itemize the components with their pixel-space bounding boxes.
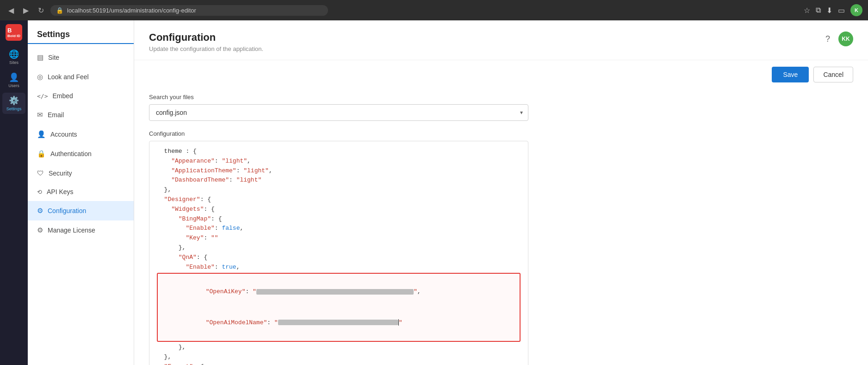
code-line-12: "QnA": { — [157, 253, 521, 263]
browser-user-avatar[interactable]: K — [850, 4, 862, 16]
title-block: Configuration Update the configuration o… — [149, 31, 263, 52]
sidebar-title: Settings — [28, 20, 134, 44]
page-title: Configuration — [149, 31, 263, 44]
globe-icon: 🌐 — [9, 49, 19, 59]
code-editor[interactable]: theme : { "Appearance": "light", "Applic… — [149, 141, 528, 365]
browser-bar: ◀ ▶ ↻ 🔒 localhost:50191/ums/administrati… — [0, 0, 868, 20]
main-header: Configuration Update the configuration o… — [134, 20, 868, 60]
url-text: localhost:50191/ums/administration/confi… — [67, 7, 196, 14]
extension-icon[interactable]: ⧉ — [816, 6, 821, 14]
browser-right-icons: ☆ ⧉ ⬇ ▭ K — [804, 4, 862, 16]
openai-model-name-line: "OpenAiModelName": "" — [162, 308, 515, 338]
nav-item-site[interactable]: ▤ Site — [28, 48, 134, 67]
nav-item-email[interactable]: ✉ Email — [28, 105, 134, 125]
nav-item-api-keys[interactable]: ⟲ API Keys — [28, 182, 134, 201]
code-line-trailing-1: }, — [157, 343, 521, 352]
nav-item-security[interactable]: 🛡 Security — [28, 164, 134, 182]
nav-label-security: Security — [49, 170, 72, 177]
code-line-1: theme : { — [157, 147, 521, 157]
nav-item-look-and-feel[interactable]: ◎ Look and Feel — [28, 67, 134, 87]
nav-label-site: Site — [48, 54, 59, 61]
icon-rail: B Bold ID 🌐 Sites 👤 Users ⚙️ Settings — [0, 20, 28, 365]
app-container: B Bold ID 🌐 Sites 👤 Users ⚙️ Settings Se… — [0, 20, 868, 365]
user-avatar[interactable]: KK — [838, 31, 853, 46]
file-select-wrapper: config.json ▾ — [149, 104, 528, 121]
nav-item-accounts[interactable]: 👤 Accounts — [28, 125, 134, 144]
nav-item-manage-license[interactable]: ⚙ Manage License — [28, 220, 134, 240]
users-icon: 👤 — [9, 72, 19, 82]
highlight-box: "OpenAiKey": "", "OpenAiModelName": "" — [157, 273, 521, 342]
nav-label-configuration: Configuration — [48, 207, 86, 214]
back-button[interactable]: ◀ — [6, 4, 17, 17]
cancel-button[interactable]: Cancel — [813, 67, 853, 82]
code-line-2: "Appearance": "light", — [157, 157, 521, 166]
window-icon[interactable]: ▭ — [838, 6, 845, 15]
code-line-8: "BingMap": { — [157, 214, 521, 224]
embed-icon: </> — [37, 93, 48, 100]
nav-item-authentication[interactable]: 🔒 Authentication — [28, 144, 134, 164]
api-keys-icon: ⟲ — [37, 189, 42, 195]
star-icon[interactable]: ☆ — [804, 6, 810, 15]
code-line-9: "Enable": false, — [157, 224, 521, 233]
main-body: Search your files config.json ▾ Configur… — [134, 82, 868, 365]
nav-label-authentication: Authentication — [50, 150, 92, 157]
forward-button[interactable]: ▶ — [20, 4, 31, 17]
code-line-7: "Widgets": { — [157, 205, 521, 214]
nav-label-email: Email — [48, 111, 64, 119]
look-feel-icon: ◎ — [37, 73, 43, 81]
sidebar-item-settings[interactable]: ⚙️ Settings — [2, 93, 25, 114]
sidebar-item-sites[interactable]: 🌐 Sites — [2, 46, 25, 68]
help-icon[interactable]: ? — [825, 34, 830, 44]
code-line-3: "ApplicationTheme": "light", — [157, 166, 521, 176]
nav-label-accounts: Accounts — [50, 131, 77, 138]
download-icon[interactable]: ⬇ — [826, 6, 832, 15]
nav-item-configuration[interactable]: ⚙ Configuration — [28, 201, 134, 220]
code-line-5: }, — [157, 185, 521, 195]
manage-license-icon: ⚙ — [37, 226, 43, 234]
main-content: Configuration Update the configuration o… — [134, 20, 868, 365]
file-select[interactable]: config.json — [149, 104, 528, 121]
configuration-label: Configuration — [149, 130, 853, 137]
accounts-icon: 👤 — [37, 130, 46, 138]
reload-button[interactable]: ↻ — [35, 4, 47, 17]
address-bar[interactable]: 🔒 localhost:50191/ums/administration/con… — [50, 5, 328, 16]
configuration-icon: ⚙ — [37, 207, 43, 215]
sidebar-item-users[interactable]: 👤 Users — [2, 69, 25, 91]
code-line-6: "Designer": { — [157, 195, 521, 205]
code-line-4: "DashboardTheme": "light" — [157, 176, 521, 185]
search-files-label: Search your files — [149, 94, 853, 101]
nav-label-manage-license: Manage License — [48, 227, 95, 234]
nav-label-embed: Embed — [52, 92, 73, 100]
code-line-trailing-2: }, — [157, 352, 521, 362]
header-actions: ? KK — [825, 31, 853, 46]
save-button[interactable]: Save — [772, 67, 809, 82]
code-line-11: }, — [157, 243, 521, 253]
settings-sidebar: Settings ▤ Site ◎ Look and Feel </> Embe… — [28, 20, 134, 365]
authentication-icon: 🔒 — [37, 150, 46, 158]
app-logo: B Bold ID — [6, 24, 22, 41]
openai-key-line: "OpenAiKey": "", — [162, 277, 515, 307]
code-line-13: "Enable": true, — [157, 263, 521, 272]
nav-item-embed[interactable]: </> Embed — [28, 87, 134, 105]
code-line-trailing-3: "Export": { — [157, 362, 521, 365]
code-line-10: "Key": "" — [157, 233, 521, 243]
page-subtitle: Update the configuration of the applicat… — [149, 45, 263, 52]
email-icon: ✉ — [37, 111, 43, 119]
nav-label-api-keys: API Keys — [47, 188, 74, 195]
lock-icon: 🔒 — [56, 7, 63, 14]
nav-label-look-and-feel: Look and Feel — [48, 73, 89, 81]
settings-gear-icon: ⚙️ — [9, 95, 19, 106]
security-icon: 🛡 — [37, 169, 44, 177]
site-icon: ▤ — [37, 53, 43, 62]
action-row: Save Cancel — [134, 60, 868, 82]
